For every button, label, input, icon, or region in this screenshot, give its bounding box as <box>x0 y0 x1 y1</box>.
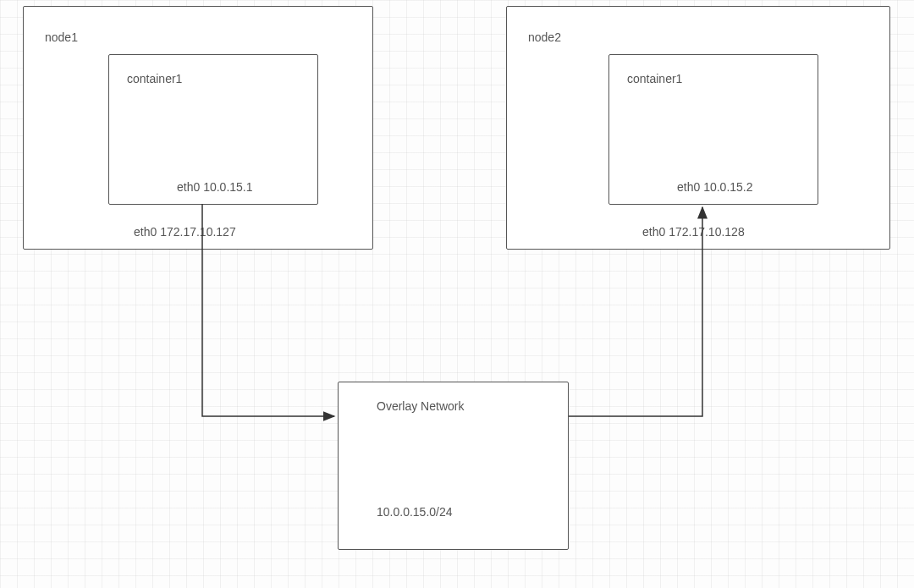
node2-title: node2 <box>528 30 561 44</box>
node2-container-title: container1 <box>627 72 682 85</box>
node2-interface: eth0 172.17.10.128 <box>642 225 745 239</box>
node2-container-box: container1 eth0 10.0.15.2 <box>608 54 818 205</box>
node1-interface: eth0 172.17.10.127 <box>134 225 236 239</box>
overlay-title: Overlay Network <box>377 399 464 413</box>
node1-box: node1 container1 eth0 10.0.15.1 eth0 172… <box>23 6 373 250</box>
overlay-subnet: 10.0.0.15.0/24 <box>377 505 453 519</box>
node1-container-title: container1 <box>127 72 182 85</box>
node2-box: node2 container1 eth0 10.0.15.2 eth0 172… <box>506 6 890 250</box>
node2-container-interface: eth0 10.0.15.2 <box>677 180 753 194</box>
node1-title: node1 <box>45 30 78 44</box>
overlay-network-box: Overlay Network 10.0.0.15.0/24 <box>338 382 569 550</box>
node1-container-box: container1 eth0 10.0.15.1 <box>108 54 318 205</box>
node1-container-interface: eth0 10.0.15.1 <box>177 180 253 194</box>
